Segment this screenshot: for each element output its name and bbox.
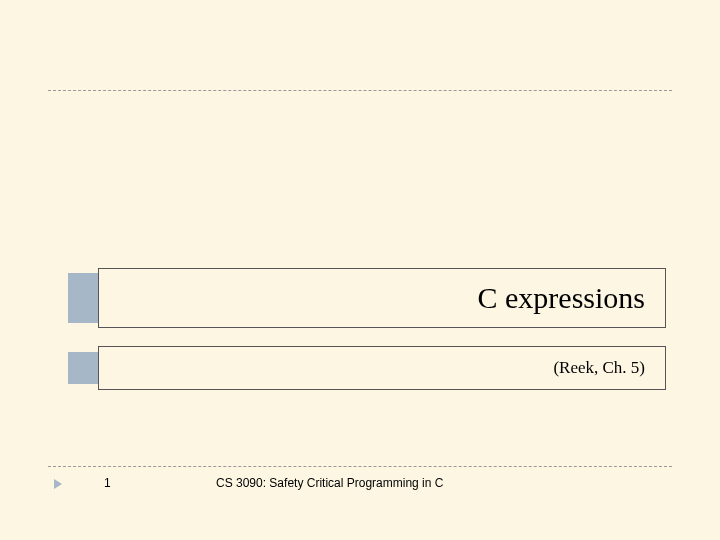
slide-subtitle: (Reek, Ch. 5)	[553, 358, 645, 378]
bullet-icon	[54, 479, 62, 489]
title-box: C expressions	[98, 268, 666, 328]
subtitle-accent	[68, 352, 98, 384]
divider-bottom	[48, 466, 672, 467]
subtitle-block: (Reek, Ch. 5)	[68, 346, 666, 390]
course-label: CS 3090: Safety Critical Programming in …	[216, 476, 443, 490]
title-block: C expressions	[68, 268, 666, 328]
subtitle-box: (Reek, Ch. 5)	[98, 346, 666, 390]
slide-title: C expressions	[478, 281, 646, 315]
divider-top	[48, 90, 672, 91]
title-accent	[68, 273, 98, 323]
page-number: 1	[104, 476, 111, 490]
